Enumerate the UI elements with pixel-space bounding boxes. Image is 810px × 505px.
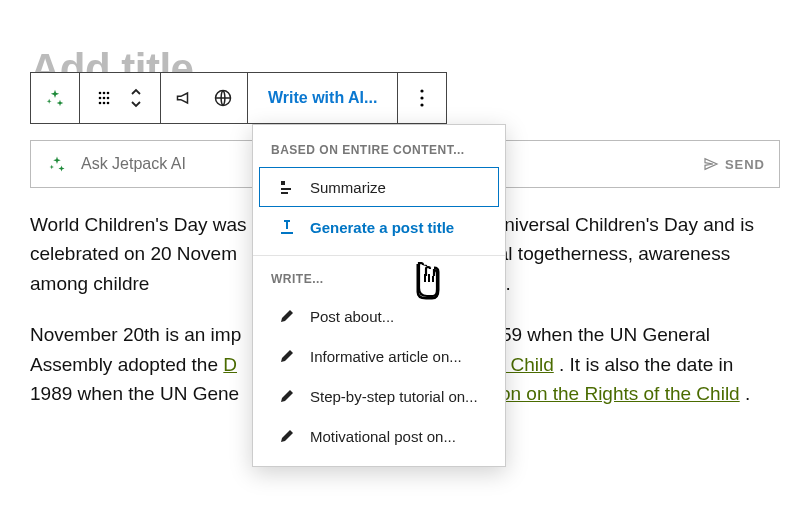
svg-point-0 xyxy=(99,92,102,95)
divider xyxy=(253,255,505,256)
move-up-down-icon[interactable] xyxy=(124,86,148,110)
menu-item-label: Summarize xyxy=(310,179,386,196)
megaphone-icon[interactable] xyxy=(173,86,197,110)
menu-item-label: Motivational post on... xyxy=(310,428,456,445)
more-options-button[interactable] xyxy=(398,73,446,123)
menu-item-motivational[interactable]: Motivational post on... xyxy=(259,416,499,456)
svg-point-12 xyxy=(421,103,424,106)
menu-item-post-about[interactable]: Post about... xyxy=(259,296,499,336)
write-with-ai-button[interactable]: Write with AI... xyxy=(248,73,398,123)
text-run: . xyxy=(745,383,750,404)
drag-handle-icon[interactable] xyxy=(92,86,116,110)
menu-item-informative[interactable]: Informative article on... xyxy=(259,336,499,376)
sparkle-icon xyxy=(45,152,69,176)
ai-dropdown-menu: BASED ON ENTIRE CONTENT... Summarize Gen… xyxy=(252,124,506,467)
globe-icon[interactable] xyxy=(211,86,235,110)
dropdown-section-label: BASED ON ENTIRE CONTENT... xyxy=(253,135,505,167)
toolbar-block-controls xyxy=(80,73,161,123)
svg-point-11 xyxy=(421,96,424,99)
svg-point-1 xyxy=(103,92,106,95)
svg-point-8 xyxy=(107,102,110,105)
send-button[interactable]: SEND xyxy=(703,156,765,172)
svg-point-5 xyxy=(107,97,110,100)
dropdown-section-label: WRITE... xyxy=(253,264,505,296)
menu-item-label: Informative article on... xyxy=(310,348,462,365)
cursor-pointer-icon xyxy=(406,258,450,306)
svg-point-2 xyxy=(107,92,110,95)
menu-item-summarize[interactable]: Summarize xyxy=(259,167,499,207)
send-icon xyxy=(703,156,719,172)
menu-item-label: Generate a post title xyxy=(310,219,454,236)
send-label: SEND xyxy=(725,157,765,172)
pencil-icon xyxy=(278,307,296,325)
menu-item-generate-title[interactable]: Generate a post title xyxy=(259,207,499,247)
svg-point-10 xyxy=(421,89,424,92)
svg-point-7 xyxy=(103,102,106,105)
sparkle-icon xyxy=(43,86,67,110)
kebab-icon xyxy=(410,86,434,110)
svg-point-3 xyxy=(99,97,102,100)
summarize-icon xyxy=(278,178,296,196)
menu-item-step-by-step[interactable]: Step-by-step tutorial on... xyxy=(259,376,499,416)
menu-item-label: Step-by-step tutorial on... xyxy=(310,388,478,405)
svg-point-4 xyxy=(103,97,106,100)
link-declaration[interactable]: D xyxy=(223,354,237,375)
pencil-icon xyxy=(278,347,296,365)
text-run: November 20th is an imp xyxy=(30,324,241,345)
svg-point-6 xyxy=(99,102,102,105)
toolbar-extra-controls xyxy=(161,73,248,123)
title-icon xyxy=(278,218,296,236)
ai-sparkle-button[interactable] xyxy=(31,73,80,123)
pencil-icon xyxy=(278,387,296,405)
menu-item-label: Post about... xyxy=(310,308,394,325)
block-toolbar: Write with AI... xyxy=(30,72,447,124)
pencil-icon xyxy=(278,427,296,445)
